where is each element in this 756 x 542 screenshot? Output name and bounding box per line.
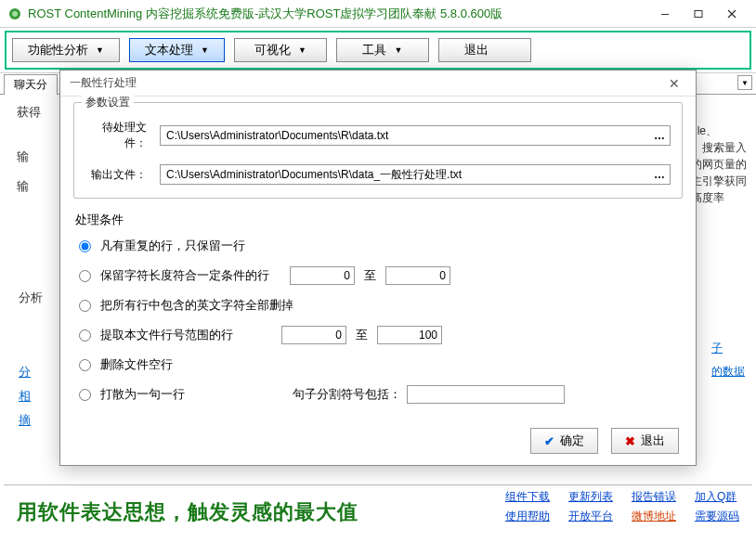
line-processing-dialog: 一般性行处理 ✕ 参数设置 待处理文件： … 输出文件： …	[59, 70, 697, 466]
toolbar: 功能性分析▼ 文本处理▼ 可视化▼ 工具▼ 退出▼	[5, 31, 751, 70]
output-file-label: 输出文件：	[85, 167, 150, 183]
window-title: ROST ContentMining 内容挖掘系统免费版-武汉大学ROST虚拟学…	[28, 6, 648, 22]
cancel-button[interactable]: ✖ 退出	[611, 428, 679, 454]
range-to-input[interactable]	[377, 326, 442, 344]
opt-line-range-label: 提取本文件行号范围的行	[100, 327, 233, 343]
opt-dedup-label: 凡有重复的行，只保留一行	[100, 238, 245, 254]
ok-button-label: 确定	[560, 432, 584, 449]
link-qqgroup[interactable]: 加入Q群	[695, 489, 739, 505]
opt-dedup-radio[interactable]	[79, 240, 91, 252]
opt-del-empty-row[interactable]: 删除文件空行	[75, 355, 681, 375]
sentence-sep-input[interactable]	[407, 385, 565, 404]
opt-split-sentence-row[interactable]: 打散为一句一行 句子分割符号包括：	[75, 384, 681, 405]
link-report[interactable]: 报告错误	[632, 489, 676, 505]
titlebar: ROST ContentMining 内容挖掘系统免费版-武汉大学ROST虚拟学…	[0, 0, 756, 28]
opt-length-radio[interactable]	[79, 270, 91, 282]
input-file-browse-button[interactable]: …	[649, 126, 670, 145]
link-source[interactable]: 需要源码	[695, 509, 739, 524]
ok-button[interactable]: ✔ 确定	[530, 428, 598, 454]
slogan: 用软件表达思想，触发灵感的最大值	[17, 498, 358, 526]
opt-dedup-row[interactable]: 凡有重复的行，只保留一行	[75, 236, 681, 256]
bg-link[interactable]: 相	[19, 388, 31, 405]
analysis-label: 分析	[19, 290, 43, 306]
caret-icon: ▼	[201, 45, 209, 55]
bg-link[interactable]: 子	[711, 341, 745, 356]
opt-del-empty-radio[interactable]	[79, 359, 91, 371]
bg-link[interactable]: 摘	[19, 412, 31, 429]
svg-rect-3	[695, 10, 702, 17]
dialog-close-button[interactable]: ✕	[662, 73, 686, 94]
caret-icon: ▼	[96, 45, 104, 55]
link-weibo[interactable]: 微博地址	[632, 509, 676, 524]
opt-split-sentence-radio[interactable]	[79, 389, 91, 401]
conditions-title: 处理条件	[75, 212, 681, 228]
tab-overflow-button[interactable]: ▼	[737, 75, 752, 90]
to-label: 至	[364, 267, 376, 284]
x-icon: ✖	[625, 434, 635, 448]
caret-icon: ▼	[394, 45, 402, 55]
to-label: 至	[356, 327, 368, 343]
dialog-titlebar: 一般性行处理 ✕	[60, 71, 696, 97]
bottom-panel: 用软件表达思想，触发灵感的最大值 组件下载 更新列表 报告错误 加入Q群 使用帮…	[4, 484, 752, 538]
opt-del-empty-label: 删除文件空行	[100, 356, 173, 373]
bg-right-text: gle、 。搜索量入的网页量的主引擎获同高度率	[691, 123, 747, 206]
right-link-list: 子 的数据	[711, 341, 745, 387]
range-from-input[interactable]	[281, 326, 346, 344]
output-file-field[interactable]	[160, 164, 671, 185]
opt-length-label: 保留字符长度符合一定条件的行	[100, 267, 269, 284]
link-updates[interactable]: 更新列表	[568, 489, 613, 505]
opt-strip-english-radio[interactable]	[79, 300, 91, 312]
toolbar-label: 可视化	[254, 42, 291, 58]
bg-text: 输	[17, 178, 63, 195]
bottom-links: 组件下载 更新列表 报告错误 加入Q群 使用帮助 开放平台 微博地址 需要源码	[505, 489, 739, 524]
opt-strip-english-row[interactable]: 把所有行中包含的英文字符全部删掉	[75, 295, 681, 316]
opt-strip-english-label: 把所有行中包含的英文字符全部删掉	[100, 297, 293, 314]
output-file-browse-button[interactable]: …	[649, 165, 670, 184]
toolbar-tools[interactable]: 工具▼	[336, 38, 429, 62]
link-help[interactable]: 使用帮助	[505, 509, 550, 524]
input-file-label: 待处理文件：	[85, 120, 150, 151]
opt-line-range-radio[interactable]	[79, 329, 91, 342]
length-to-input[interactable]	[385, 266, 450, 285]
toolbar-functional-analysis[interactable]: 功能性分析▼	[12, 38, 120, 62]
caret-icon: ▼	[298, 45, 306, 55]
toolbar-label: 退出	[464, 42, 489, 58]
dialog-footer: ✔ 确定 ✖ 退出	[530, 428, 679, 454]
bg-link[interactable]: 分	[19, 364, 31, 381]
close-button[interactable]	[715, 1, 749, 27]
app-icon	[7, 6, 22, 21]
link-components[interactable]: 组件下载	[505, 489, 550, 505]
opt-length-row[interactable]: 保留字符长度符合一定条件的行 至	[75, 265, 681, 286]
svg-point-1	[12, 11, 18, 17]
toolbar-visualize[interactable]: 可视化▼	[234, 38, 327, 62]
bg-text: 输	[17, 148, 63, 165]
opt-split-sentence-label: 打散为一句一行	[100, 386, 185, 403]
toolbar-exit[interactable]: 退出▼	[438, 38, 531, 62]
toolbar-label: 文本处理	[145, 42, 193, 58]
length-from-input[interactable]	[290, 266, 355, 285]
conditions-section: 处理条件 凡有重复的行，只保留一行 保留字符长度符合一定条件的行 至 把所有行中…	[73, 208, 683, 418]
sentence-sep-label: 句子分割符号包括：	[293, 386, 401, 403]
tab-chat-analysis[interactable]: 聊天分	[4, 74, 58, 95]
cancel-button-label: 退出	[641, 432, 665, 449]
link-platform[interactable]: 开放平台	[568, 509, 613, 524]
dialog-title-text: 一般性行处理	[70, 75, 137, 91]
param-legend: 参数设置	[82, 95, 134, 110]
input-file-field[interactable]	[160, 125, 671, 146]
maximize-button[interactable]	[682, 1, 715, 27]
toolbar-label: 工具	[362, 42, 386, 58]
param-fieldset: 参数设置 待处理文件： … 输出文件： …	[73, 102, 683, 199]
minimize-button[interactable]	[648, 1, 682, 27]
check-icon: ✔	[544, 434, 554, 448]
bg-link[interactable]: 的数据	[711, 364, 745, 380]
toolbar-label: 功能性分析	[28, 42, 88, 58]
opt-line-range-row[interactable]: 提取本文件行号范围的行 至	[75, 325, 681, 345]
toolbar-container: 功能性分析▼ 文本处理▼ 可视化▼ 工具▼ 退出▼	[0, 28, 756, 73]
left-link-list: 分 相 摘	[19, 364, 31, 436]
toolbar-text-processing[interactable]: 文本处理▼	[129, 38, 225, 62]
